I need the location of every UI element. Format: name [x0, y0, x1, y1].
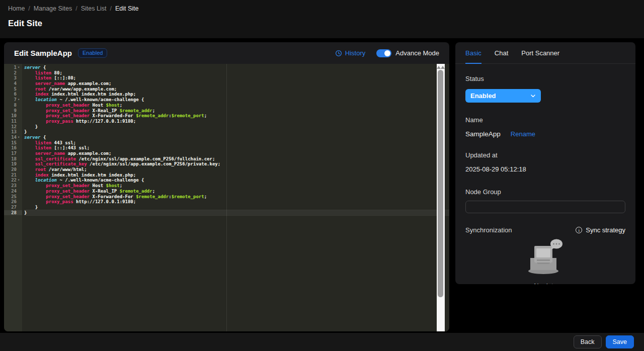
gutter-line[interactable]: 8: [4, 103, 22, 108]
code-line[interactable]: server_name app.example.com;: [24, 151, 449, 156]
breadcrumb-edit-site: Edit Site: [115, 5, 139, 12]
code-line[interactable]: listen [::]:443 ssl;: [24, 145, 449, 151]
history-button[interactable]: History: [335, 49, 365, 57]
code-line[interactable]: }: [24, 124, 449, 130]
code-line[interactable]: proxy_pass http://127.0.0.1:9180;: [24, 119, 449, 124]
gutter-line[interactable]: 17: [4, 151, 22, 156]
code-line[interactable]: root /var/www/app.example.com;: [24, 86, 449, 92]
scroll-up-icon[interactable]: [441, 66, 445, 69]
fold-arrow-icon[interactable]: ▾: [18, 97, 22, 103]
code-line[interactable]: index index.html index.htm index.php;: [24, 92, 449, 97]
gutter-line[interactable]: 20: [4, 167, 22, 172]
gutter-line[interactable]: 9: [4, 108, 22, 114]
gutter-line[interactable]: 16: [4, 145, 22, 151]
gutter-line[interactable]: 3: [4, 75, 22, 81]
sync-strategy-label: Sync strategy: [586, 226, 625, 234]
code-line[interactable]: proxy_set_header Host $host;: [24, 103, 449, 108]
editor-card-header: Edit SampleApp Enabled History Advance M…: [4, 42, 449, 64]
gutter-line[interactable]: 21: [4, 172, 22, 178]
fold-arrow-icon[interactable]: ▾: [18, 135, 22, 140]
gutter-line[interactable]: 2: [4, 70, 22, 76]
code-line[interactable]: proxy_set_header X-Forwarded-For $remote…: [24, 113, 449, 119]
code-line[interactable]: ssl_certificate /etc/nginx/ssl/app.examp…: [24, 156, 449, 162]
no-data-text: No data: [534, 282, 557, 284]
scroll-up-icon[interactable]: [437, 66, 441, 69]
breadcrumb-home[interactable]: Home: [8, 5, 25, 12]
code-line[interactable]: }: [24, 205, 449, 210]
scrollbar-thumb[interactable]: [438, 70, 443, 297]
toggle-knob: [384, 50, 390, 56]
code-line[interactable]: root /var/www/html;: [24, 167, 449, 172]
gutter-line[interactable]: 4: [4, 81, 22, 86]
gutter-line[interactable]: 22▾: [4, 178, 22, 183]
rename-link[interactable]: Rename: [511, 130, 535, 138]
breadcrumb-manage-sites[interactable]: Manage Sites: [34, 5, 72, 12]
code-line[interactable]: proxy_set_header X-Real_IP $remote_addr;: [24, 189, 449, 194]
sync-strategy-button[interactable]: i Sync strategy: [576, 226, 625, 234]
code-line[interactable]: server {: [24, 65, 449, 70]
code-line[interactable]: proxy_pass http://127.0.0.1:9180;: [24, 199, 449, 205]
gutter-line[interactable]: 12: [4, 124, 22, 130]
code-line[interactable]: proxy_set_header Host $host;: [24, 183, 449, 189]
sync-empty-state: No data: [465, 236, 625, 284]
gutter-line[interactable]: 19: [4, 161, 22, 167]
gutter-line[interactable]: 10: [4, 113, 22, 119]
code-line[interactable]: server {: [24, 135, 449, 140]
page-title: Edit Site: [8, 19, 42, 29]
advance-mode-toggle[interactable]: [376, 49, 391, 57]
gutter-line[interactable]: 25: [4, 194, 22, 200]
code-line[interactable]: listen 443 ssl;: [24, 140, 449, 146]
save-button[interactable]: Save: [606, 335, 634, 348]
gutter-line[interactable]: 14▾: [4, 135, 22, 140]
code-line[interactable]: server_name app.example.com;: [24, 81, 449, 86]
fold-spacer: [18, 161, 22, 167]
code-line[interactable]: }: [24, 210, 449, 216]
status-dropdown[interactable]: Enabled: [465, 89, 541, 103]
gutter-line[interactable]: 7▾: [4, 97, 22, 103]
code-editor[interactable]: 1▾234567▾891011121314▾1516171819202122▾2…: [4, 64, 449, 331]
code-line[interactable]: proxy_set_header X-Forwarded-For $remote…: [24, 194, 449, 200]
breadcrumb: Home / Manage Sites / Sites List / Edit …: [8, 5, 139, 12]
back-button[interactable]: Back: [574, 335, 602, 348]
gutter-line[interactable]: 11: [4, 119, 22, 124]
code-line[interactable]: index index.html index.htm index.php;: [24, 172, 449, 178]
fold-spacer: [18, 172, 22, 178]
gutter-line[interactable]: 13: [4, 129, 22, 135]
code-line[interactable]: listen [::]:80;: [24, 75, 449, 81]
breadcrumb-separator: /: [75, 5, 77, 12]
site-title: Edit SampleApp: [14, 49, 72, 57]
tab-basic[interactable]: Basic: [465, 42, 481, 63]
gutter-line[interactable]: 23: [4, 183, 22, 189]
fold-arrow-icon[interactable]: ▾: [18, 178, 22, 183]
fold-spacer: [18, 81, 22, 86]
tab-chat[interactable]: Chat: [495, 42, 508, 63]
code-line[interactable]: }: [24, 129, 449, 135]
fold-spacer: [18, 183, 22, 189]
gutter-line[interactable]: 28: [4, 210, 22, 216]
synchronization-label: Synchronization: [465, 226, 512, 234]
editor-scrollbar[interactable]: [437, 64, 445, 331]
fold-spacer: [18, 75, 22, 81]
code-line[interactable]: location ~ /.well-known/acme-challenge {: [24, 97, 449, 103]
gutter-line[interactable]: 18: [4, 156, 22, 162]
code-line[interactable]: location ~ /.well-known/acme-challenge {: [24, 178, 449, 183]
editor-code[interactable]: server { listen 80; listen [::]:80; serv…: [22, 64, 449, 331]
code-line[interactable]: listen 80;: [24, 70, 449, 76]
name-label: Name: [465, 116, 625, 124]
node-group-input[interactable]: [465, 201, 625, 213]
tab-port-scanner[interactable]: Port Scanner: [521, 42, 559, 63]
fold-arrow-icon[interactable]: ▾: [18, 65, 22, 70]
gutter-line[interactable]: 24: [4, 189, 22, 194]
gutter-line[interactable]: 26: [4, 199, 22, 205]
gutter-line[interactable]: 6: [4, 92, 22, 97]
gutter-line[interactable]: 1▾: [4, 65, 22, 70]
site-name-value: SampleApp: [465, 130, 501, 138]
code-line[interactable]: ssl_certificate_key /etc/nginx/ssl/app.e…: [24, 161, 449, 167]
info-circle-icon: i: [576, 227, 582, 233]
gutter-line[interactable]: 15: [4, 140, 22, 146]
code-line[interactable]: proxy_set_header X-Real_IP $remote_addr;: [24, 108, 449, 114]
editor-gutter: 1▾234567▾891011121314▾1516171819202122▾2…: [4, 64, 22, 331]
gutter-line[interactable]: 5: [4, 86, 22, 92]
breadcrumb-sites-list[interactable]: Sites List: [81, 5, 107, 12]
gutter-line[interactable]: 27: [4, 205, 22, 210]
